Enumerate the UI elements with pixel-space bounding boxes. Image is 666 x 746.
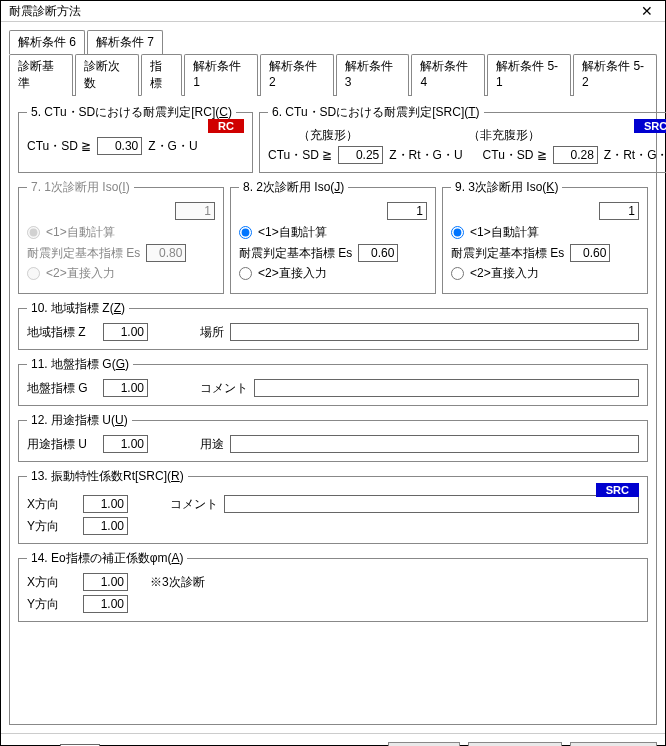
- g8-radio-direct-label: <2>直接入力: [258, 265, 327, 282]
- group-5-legend: 5. CTu・SDにおける耐震判定[RC](C): [27, 104, 236, 121]
- group-14-legend: 14. Eo指標の補正係数φm(A): [27, 550, 187, 567]
- group-11-legend: 11. 地盤指標 G(G): [27, 356, 133, 373]
- top-row: 5. CTu・SDにおける耐震判定[RC](C) RC CTu・SD ≧ Z・G…: [18, 104, 648, 179]
- g6-sub2: （非充腹形）: [468, 127, 540, 144]
- group-9-legend: 9. 3次診断用 Iso(K): [451, 179, 562, 196]
- g13-x-input[interactable]: [83, 495, 128, 513]
- footer: 処理No. OK キャンセル ヘルプ(H): [1, 733, 665, 746]
- g13-comment-label: コメント: [170, 496, 218, 513]
- g5-lhs: CTu・SD ≧: [27, 138, 91, 155]
- src-badge-13: SRC: [596, 483, 639, 497]
- titlebar: 耐震診断方法 ✕: [1, 1, 665, 22]
- g12-use-input[interactable]: [230, 435, 639, 453]
- g12-label: 用途指標 U: [27, 436, 97, 453]
- g12-value-input[interactable]: [103, 435, 148, 453]
- group-7-iso1: 7. 1次診断用 Iso(I) <1>自動計算 耐震判定基本指標 Es <2>直…: [18, 179, 224, 294]
- g6-sub1: （充腹形）: [298, 127, 358, 144]
- g14-x-input[interactable]: [83, 573, 128, 591]
- g9-radio-direct-label: <2>直接入力: [470, 265, 539, 282]
- g9-radio-direct[interactable]: [451, 267, 464, 280]
- group-10-legend: 10. 地域指標 Z(Z): [27, 300, 129, 317]
- g7-top-input: [175, 202, 215, 220]
- g8-top-input[interactable]: [387, 202, 427, 220]
- g6-lhs2: CTu・SD ≧: [483, 147, 547, 164]
- group-10-z: 10. 地域指標 Z(Z) 地域指標 Z 場所: [18, 300, 648, 350]
- group-12-u: 12. 用途指標 U(U) 用途指標 U 用途: [18, 412, 648, 462]
- g7-radio-direct-label: <2>直接入力: [46, 265, 115, 282]
- tab-kaiseki4[interactable]: 解析条件 4: [411, 54, 485, 96]
- g8-radio-direct[interactable]: [239, 267, 252, 280]
- tab-kaiseki1[interactable]: 解析条件 1: [184, 54, 258, 96]
- g7-radio-direct: [27, 267, 40, 280]
- g7-es-label: 耐震判定基本指標 Es: [27, 245, 140, 262]
- cancel-button[interactable]: キャンセル: [468, 742, 562, 746]
- rc-badge: RC: [208, 119, 244, 133]
- g7-radio-auto-label: <1>自動計算: [46, 224, 115, 241]
- group-14-eo: 14. Eo指標の補正係数φm(A) X方向 ※3次診断 Y方向: [18, 550, 648, 622]
- help-button[interactable]: ヘルプ(H): [570, 742, 657, 746]
- g5-rhs: Z・G・U: [148, 138, 197, 155]
- g10-place-input[interactable]: [230, 323, 639, 341]
- g14-x-label: X方向: [27, 574, 77, 591]
- group-11-g: 11. 地盤指標 G(G) 地盤指標 G コメント: [18, 356, 648, 406]
- g8-es-input[interactable]: [358, 244, 398, 262]
- g11-label: 地盤指標 G: [27, 380, 97, 397]
- g13-x-label: X方向: [27, 496, 77, 513]
- group-5-rc: 5. CTu・SDにおける耐震判定[RC](C) RC CTu・SD ≧ Z・G…: [18, 104, 253, 173]
- g10-place-label: 場所: [200, 324, 224, 341]
- g11-comment-label: コメント: [200, 380, 248, 397]
- tab-kaiseki5-1[interactable]: 解析条件 5-1: [487, 54, 571, 96]
- g11-value-input[interactable]: [103, 379, 148, 397]
- g9-radio-auto[interactable]: [451, 226, 464, 239]
- group-13-legend: 13. 振動特性係数Rt[SRC](R): [27, 468, 188, 485]
- tab-kaiseki7[interactable]: 解析条件 7: [87, 30, 163, 54]
- g9-es-input[interactable]: [570, 244, 610, 262]
- g14-note: ※3次診断: [150, 574, 205, 591]
- tab-panel: 5. CTu・SDにおける耐震判定[RC](C) RC CTu・SD ≧ Z・G…: [9, 95, 657, 725]
- tab-kaiseki3[interactable]: 解析条件 3: [336, 54, 410, 96]
- tab-shindankijun[interactable]: 診断基準: [9, 54, 73, 96]
- g7-es-input: [146, 244, 186, 262]
- g14-y-label: Y方向: [27, 596, 77, 613]
- group-6-src: 6. CTu・SDにおける耐震判定[SRC](T) SRC （充腹形） （非充腹…: [259, 104, 666, 173]
- g8-radio-auto-label: <1>自動計算: [258, 224, 327, 241]
- close-icon[interactable]: ✕: [633, 1, 661, 21]
- tabs-row-1: 解析条件 6 解析条件 7: [9, 30, 657, 54]
- src-badge-6: SRC: [634, 119, 666, 133]
- tab-kaiseki6[interactable]: 解析条件 6: [9, 30, 85, 54]
- g9-radio-auto-label: <1>自動計算: [470, 224, 539, 241]
- ok-button[interactable]: OK: [388, 742, 460, 746]
- tab-shihyo[interactable]: 指標: [141, 54, 182, 96]
- g9-top-input[interactable]: [599, 202, 639, 220]
- g6-rhs2: Z・Rt・G・U: [604, 147, 666, 164]
- g9-es-label: 耐震判定基本指標 Es: [451, 245, 564, 262]
- tab-kaiseki2[interactable]: 解析条件 2: [260, 54, 334, 96]
- g12-use-label: 用途: [200, 436, 224, 453]
- group-7-legend: 7. 1次診断用 Iso(I): [27, 179, 134, 196]
- g6-value2-input[interactable]: [553, 146, 598, 164]
- g7-radio-auto: [27, 226, 40, 239]
- g13-y-input[interactable]: [83, 517, 128, 535]
- tab-shindanjishu[interactable]: 診断次数: [75, 54, 139, 96]
- window-title: 耐震診断方法: [9, 3, 633, 20]
- group-13-rt: 13. 振動特性係数Rt[SRC](R) SRC X方向 コメント Y方向: [18, 468, 648, 544]
- group-6-legend: 6. CTu・SDにおける耐震判定[SRC](T): [268, 104, 484, 121]
- group-12-legend: 12. 用途指標 U(U): [27, 412, 132, 429]
- g10-value-input[interactable]: [103, 323, 148, 341]
- tabs-row-2: 診断基準 診断次数 指標 解析条件 1 解析条件 2 解析条件 3 解析条件 4…: [9, 54, 657, 96]
- main-window: 耐震診断方法 ✕ 解析条件 6 解析条件 7 診断基準 診断次数 指標 解析条件…: [0, 0, 666, 746]
- g6-value1-input[interactable]: [338, 146, 383, 164]
- group-8-legend: 8. 2次診断用 Iso(J): [239, 179, 348, 196]
- group-9-iso3: 9. 3次診断用 Iso(K) <1>自動計算 耐震判定基本指標 Es <2>直…: [442, 179, 648, 294]
- g5-value-input[interactable]: [97, 137, 142, 155]
- g6-lhs1: CTu・SD ≧: [268, 147, 332, 164]
- g14-y-input[interactable]: [83, 595, 128, 613]
- g8-radio-auto[interactable]: [239, 226, 252, 239]
- tab-kaiseki5-2[interactable]: 解析条件 5-2: [573, 54, 657, 96]
- group-8-iso2: 8. 2次診断用 Iso(J) <1>自動計算 耐震判定基本指標 Es <2>直…: [230, 179, 436, 294]
- g13-y-label: Y方向: [27, 518, 77, 535]
- content-area: 解析条件 6 解析条件 7 診断基準 診断次数 指標 解析条件 1 解析条件 2…: [1, 22, 665, 733]
- g11-comment-input[interactable]: [254, 379, 639, 397]
- g10-label: 地域指標 Z: [27, 324, 97, 341]
- g13-comment-input[interactable]: [224, 495, 639, 513]
